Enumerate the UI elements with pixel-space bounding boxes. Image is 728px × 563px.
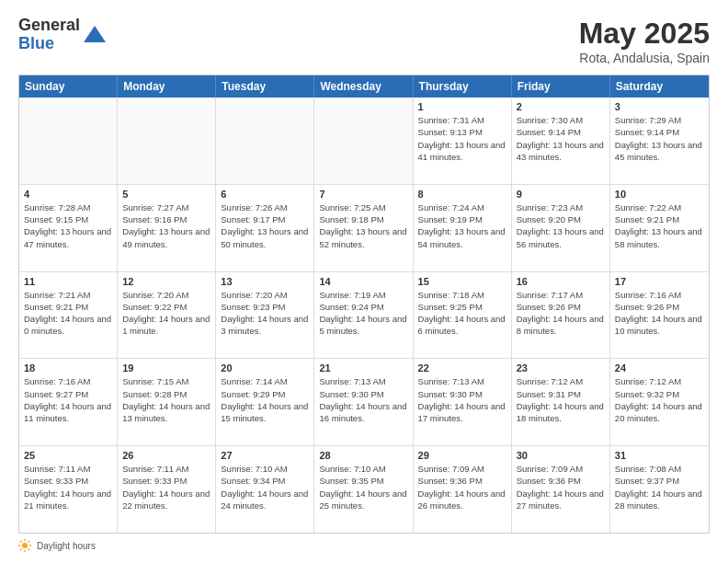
day-info: Sunrise: 7:29 AM Sunset: 9:14 PM Dayligh… [615,114,704,163]
title-block: May 2025 Rota, Andalusia, Spain [579,17,710,65]
day-cell [19,98,118,184]
day-info: Sunrise: 7:08 AM Sunset: 9:37 PM Dayligh… [615,463,704,511]
day-cell: 5Sunrise: 7:27 AM Sunset: 9:16 PM Daylig… [118,185,216,271]
day-info: Sunrise: 7:20 AM Sunset: 9:23 PM Dayligh… [221,289,309,338]
day-info: Sunrise: 7:28 AM Sunset: 9:15 PM Dayligh… [24,201,112,250]
day-number: 5 [122,189,210,200]
day-cell: 21Sunrise: 7:13 AM Sunset: 9:30 PM Dayli… [314,359,413,445]
day-info: Sunrise: 7:09 AM Sunset: 9:36 PM Dayligh… [418,463,506,511]
day-number: 27 [221,450,309,461]
day-number: 14 [319,276,407,287]
day-number: 3 [615,101,704,112]
day-header-tuesday: Tuesday [216,75,314,98]
title-month: May 2025 [579,17,710,51]
day-info: Sunrise: 7:26 AM Sunset: 9:17 PM Dayligh… [221,201,309,250]
day-cell: 19Sunrise: 7:15 AM Sunset: 9:28 PM Dayli… [118,359,216,445]
day-number: 9 [517,189,605,200]
day-number: 15 [418,276,506,287]
header: General Blue May 2025 Rota, Andalusia, S… [18,17,710,65]
day-cell: 15Sunrise: 7:18 AM Sunset: 9:25 PM Dayli… [414,272,512,359]
day-cell: 22Sunrise: 7:13 AM Sunset: 9:30 PM Dayli… [414,359,512,445]
day-number: 11 [24,276,112,287]
day-info: Sunrise: 7:20 AM Sunset: 9:22 PM Dayligh… [122,289,210,338]
calendar-body: 1Sunrise: 7:31 AM Sunset: 9:13 PM Daylig… [19,98,709,533]
day-cell: 31Sunrise: 7:08 AM Sunset: 9:37 PM Dayli… [610,446,709,533]
page: General Blue May 2025 Rota, Andalusia, S… [0,0,728,563]
day-number: 23 [517,362,605,373]
day-info: Sunrise: 7:10 AM Sunset: 9:34 PM Dayligh… [221,463,309,511]
day-header-saturday: Saturday [610,75,709,98]
day-info: Sunrise: 7:10 AM Sunset: 9:35 PM Dayligh… [319,463,407,511]
day-number: 6 [221,189,309,200]
day-header-friday: Friday [512,75,610,98]
day-info: Sunrise: 7:16 AM Sunset: 9:27 PM Dayligh… [24,375,112,424]
day-info: Sunrise: 7:22 AM Sunset: 9:21 PM Dayligh… [615,201,704,250]
day-number: 16 [517,276,605,287]
day-cell: 17Sunrise: 7:16 AM Sunset: 9:26 PM Dayli… [610,272,709,359]
day-info: Sunrise: 7:23 AM Sunset: 9:20 PM Dayligh… [517,201,605,250]
day-cell: 16Sunrise: 7:17 AM Sunset: 9:26 PM Dayli… [512,272,610,359]
day-info: Sunrise: 7:11 AM Sunset: 9:33 PM Dayligh… [122,463,210,511]
title-location: Rota, Andalusia, Spain [579,51,710,65]
day-number: 28 [319,450,407,461]
day-cell [216,98,314,184]
logo: General Blue [18,17,108,53]
day-number: 24 [615,362,704,373]
footer: Daylight hours [18,539,710,552]
day-cell: 27Sunrise: 7:10 AM Sunset: 9:34 PM Dayli… [216,446,314,533]
day-info: Sunrise: 7:27 AM Sunset: 9:16 PM Dayligh… [122,201,210,250]
week-row: 11Sunrise: 7:21 AM Sunset: 9:21 PM Dayli… [19,272,709,360]
logo-icon [82,22,108,48]
day-number: 8 [418,189,506,200]
day-info: Sunrise: 7:12 AM Sunset: 9:32 PM Dayligh… [615,375,704,424]
week-row: 1Sunrise: 7:31 AM Sunset: 9:13 PM Daylig… [19,98,709,185]
day-info: Sunrise: 7:24 AM Sunset: 9:19 PM Dayligh… [418,201,506,250]
day-info: Sunrise: 7:30 AM Sunset: 9:14 PM Dayligh… [517,114,605,163]
day-number: 1 [418,101,506,112]
day-number: 26 [122,450,210,461]
day-number: 18 [24,362,112,373]
day-header-sunday: Sunday [19,75,118,98]
day-cell: 4Sunrise: 7:28 AM Sunset: 9:15 PM Daylig… [19,185,118,271]
svg-line-6 [20,541,22,543]
day-info: Sunrise: 7:17 AM Sunset: 9:26 PM Dayligh… [517,289,605,338]
day-number: 7 [319,189,407,200]
day-cell: 24Sunrise: 7:12 AM Sunset: 9:32 PM Dayli… [610,359,709,445]
day-cell: 25Sunrise: 7:11 AM Sunset: 9:33 PM Dayli… [19,446,118,533]
day-header-thursday: Thursday [414,75,512,98]
sun-icon [18,539,31,552]
daylight-label: Daylight hours [37,541,96,551]
day-cell: 12Sunrise: 7:20 AM Sunset: 9:22 PM Dayli… [118,272,216,359]
day-cell [118,98,216,184]
day-number: 19 [122,362,210,373]
logo-blue: Blue [18,35,80,53]
day-number: 10 [615,189,704,200]
day-info: Sunrise: 7:16 AM Sunset: 9:26 PM Dayligh… [615,289,704,338]
week-row: 18Sunrise: 7:16 AM Sunset: 9:27 PM Dayli… [19,359,709,446]
day-cell: 20Sunrise: 7:14 AM Sunset: 9:29 PM Dayli… [216,359,314,445]
day-info: Sunrise: 7:25 AM Sunset: 9:18 PM Dayligh… [319,201,407,250]
day-info: Sunrise: 7:11 AM Sunset: 9:33 PM Dayligh… [24,463,112,511]
day-cell: 3Sunrise: 7:29 AM Sunset: 9:14 PM Daylig… [610,98,709,184]
day-number: 22 [418,362,506,373]
day-cell: 9Sunrise: 7:23 AM Sunset: 9:20 PM Daylig… [512,185,610,271]
day-cell: 18Sunrise: 7:16 AM Sunset: 9:27 PM Dayli… [19,359,118,445]
svg-point-1 [22,543,28,548]
day-number: 29 [418,450,506,461]
calendar: SundayMondayTuesdayWednesdayThursdayFrid… [18,75,710,534]
day-info: Sunrise: 7:19 AM Sunset: 9:24 PM Dayligh… [319,289,407,338]
week-row: 4Sunrise: 7:28 AM Sunset: 9:15 PM Daylig… [19,185,709,272]
day-info: Sunrise: 7:13 AM Sunset: 9:30 PM Dayligh… [418,375,506,424]
day-header-monday: Monday [118,75,216,98]
svg-line-9 [20,549,22,551]
day-number: 21 [319,362,407,373]
day-cell: 14Sunrise: 7:19 AM Sunset: 9:24 PM Dayli… [314,272,413,359]
day-number: 31 [615,450,704,461]
day-cell: 7Sunrise: 7:25 AM Sunset: 9:18 PM Daylig… [314,185,413,271]
day-headers: SundayMondayTuesdayWednesdayThursdayFrid… [19,75,709,98]
day-info: Sunrise: 7:15 AM Sunset: 9:28 PM Dayligh… [122,375,210,424]
day-number: 4 [24,189,112,200]
day-info: Sunrise: 7:31 AM Sunset: 9:13 PM Dayligh… [418,114,506,163]
logo-text: General Blue [18,17,80,53]
day-cell: 23Sunrise: 7:12 AM Sunset: 9:31 PM Dayli… [512,359,610,445]
